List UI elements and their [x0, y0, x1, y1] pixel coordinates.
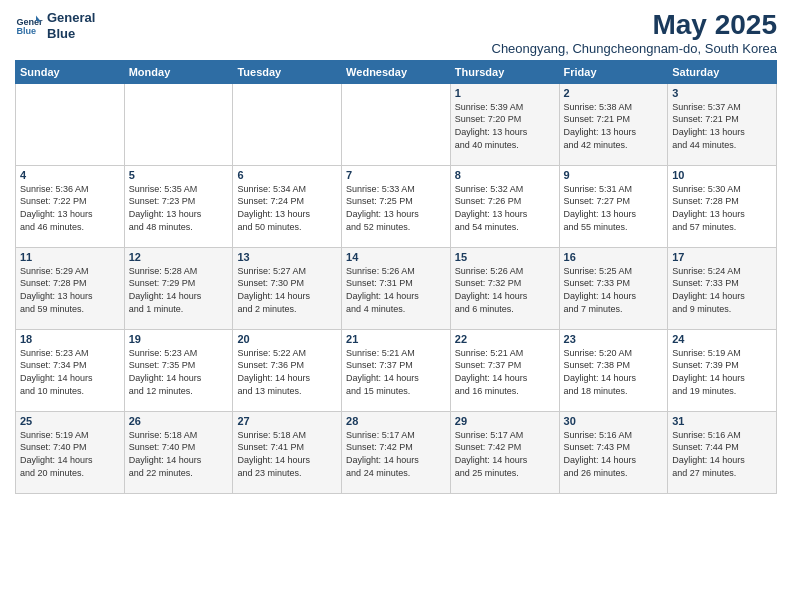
table-cell: 21Sunrise: 5:21 AM Sunset: 7:37 PM Dayli… — [342, 329, 451, 411]
day-info: Sunrise: 5:17 AM Sunset: 7:42 PM Dayligh… — [346, 429, 446, 479]
day-number: 18 — [20, 333, 120, 345]
header: General Blue General Blue May 2025 Cheon… — [15, 10, 777, 56]
table-cell: 16Sunrise: 5:25 AM Sunset: 7:33 PM Dayli… — [559, 247, 668, 329]
day-number: 27 — [237, 415, 337, 427]
day-number: 8 — [455, 169, 555, 181]
table-cell: 1Sunrise: 5:39 AM Sunset: 7:20 PM Daylig… — [450, 83, 559, 165]
page: General Blue General Blue May 2025 Cheon… — [0, 0, 792, 612]
table-cell: 30Sunrise: 5:16 AM Sunset: 7:43 PM Dayli… — [559, 411, 668, 493]
table-cell — [342, 83, 451, 165]
day-info: Sunrise: 5:22 AM Sunset: 7:36 PM Dayligh… — [237, 347, 337, 397]
logo: General Blue General Blue — [15, 10, 95, 41]
table-cell: 11Sunrise: 5:29 AM Sunset: 7:28 PM Dayli… — [16, 247, 125, 329]
day-number: 28 — [346, 415, 446, 427]
day-info: Sunrise: 5:39 AM Sunset: 7:20 PM Dayligh… — [455, 101, 555, 151]
day-info: Sunrise: 5:20 AM Sunset: 7:38 PM Dayligh… — [564, 347, 664, 397]
day-info: Sunrise: 5:16 AM Sunset: 7:44 PM Dayligh… — [672, 429, 772, 479]
subtitle: Cheongyang, Chungcheongnam-do, South Kor… — [492, 41, 778, 56]
day-info: Sunrise: 5:23 AM Sunset: 7:35 PM Dayligh… — [129, 347, 229, 397]
day-info: Sunrise: 5:26 AM Sunset: 7:32 PM Dayligh… — [455, 265, 555, 315]
day-info: Sunrise: 5:18 AM Sunset: 7:40 PM Dayligh… — [129, 429, 229, 479]
day-info: Sunrise: 5:16 AM Sunset: 7:43 PM Dayligh… — [564, 429, 664, 479]
table-cell: 12Sunrise: 5:28 AM Sunset: 7:29 PM Dayli… — [124, 247, 233, 329]
day-info: Sunrise: 5:38 AM Sunset: 7:21 PM Dayligh… — [564, 101, 664, 151]
header-monday: Monday — [124, 60, 233, 83]
day-info: Sunrise: 5:18 AM Sunset: 7:41 PM Dayligh… — [237, 429, 337, 479]
logo-icon: General Blue — [15, 12, 43, 40]
day-info: Sunrise: 5:35 AM Sunset: 7:23 PM Dayligh… — [129, 183, 229, 233]
table-cell: 19Sunrise: 5:23 AM Sunset: 7:35 PM Dayli… — [124, 329, 233, 411]
day-info: Sunrise: 5:19 AM Sunset: 7:39 PM Dayligh… — [672, 347, 772, 397]
table-cell: 17Sunrise: 5:24 AM Sunset: 7:33 PM Dayli… — [668, 247, 777, 329]
table-cell: 14Sunrise: 5:26 AM Sunset: 7:31 PM Dayli… — [342, 247, 451, 329]
header-wednesday: Wednesday — [342, 60, 451, 83]
day-number: 21 — [346, 333, 446, 345]
table-cell: 3Sunrise: 5:37 AM Sunset: 7:21 PM Daylig… — [668, 83, 777, 165]
table-cell: 15Sunrise: 5:26 AM Sunset: 7:32 PM Dayli… — [450, 247, 559, 329]
table-cell: 20Sunrise: 5:22 AM Sunset: 7:36 PM Dayli… — [233, 329, 342, 411]
day-number: 15 — [455, 251, 555, 263]
day-number: 9 — [564, 169, 664, 181]
week-row-4: 25Sunrise: 5:19 AM Sunset: 7:40 PM Dayli… — [16, 411, 777, 493]
day-info: Sunrise: 5:33 AM Sunset: 7:25 PM Dayligh… — [346, 183, 446, 233]
day-info: Sunrise: 5:21 AM Sunset: 7:37 PM Dayligh… — [455, 347, 555, 397]
header-sunday: Sunday — [16, 60, 125, 83]
day-number: 16 — [564, 251, 664, 263]
table-cell: 26Sunrise: 5:18 AM Sunset: 7:40 PM Dayli… — [124, 411, 233, 493]
table-cell: 18Sunrise: 5:23 AM Sunset: 7:34 PM Dayli… — [16, 329, 125, 411]
header-saturday: Saturday — [668, 60, 777, 83]
day-info: Sunrise: 5:30 AM Sunset: 7:28 PM Dayligh… — [672, 183, 772, 233]
table-cell: 13Sunrise: 5:27 AM Sunset: 7:30 PM Dayli… — [233, 247, 342, 329]
day-number: 24 — [672, 333, 772, 345]
day-number: 19 — [129, 333, 229, 345]
header-thursday: Thursday — [450, 60, 559, 83]
day-info: Sunrise: 5:29 AM Sunset: 7:28 PM Dayligh… — [20, 265, 120, 315]
day-number: 3 — [672, 87, 772, 99]
logo-line2: Blue — [47, 26, 95, 42]
day-number: 7 — [346, 169, 446, 181]
day-info: Sunrise: 5:32 AM Sunset: 7:26 PM Dayligh… — [455, 183, 555, 233]
day-number: 12 — [129, 251, 229, 263]
calendar: Sunday Monday Tuesday Wednesday Thursday… — [15, 60, 777, 494]
day-number: 11 — [20, 251, 120, 263]
day-number: 25 — [20, 415, 120, 427]
day-info: Sunrise: 5:19 AM Sunset: 7:40 PM Dayligh… — [20, 429, 120, 479]
week-row-0: 1Sunrise: 5:39 AM Sunset: 7:20 PM Daylig… — [16, 83, 777, 165]
day-number: 4 — [20, 169, 120, 181]
svg-text:General: General — [16, 16, 43, 26]
day-info: Sunrise: 5:37 AM Sunset: 7:21 PM Dayligh… — [672, 101, 772, 151]
table-cell: 24Sunrise: 5:19 AM Sunset: 7:39 PM Dayli… — [668, 329, 777, 411]
day-number: 10 — [672, 169, 772, 181]
day-info: Sunrise: 5:17 AM Sunset: 7:42 PM Dayligh… — [455, 429, 555, 479]
weekday-header-row: Sunday Monday Tuesday Wednesday Thursday… — [16, 60, 777, 83]
title-block: May 2025 Cheongyang, Chungcheongnam-do, … — [492, 10, 778, 56]
logo-line1: General — [47, 10, 95, 26]
table-cell: 28Sunrise: 5:17 AM Sunset: 7:42 PM Dayli… — [342, 411, 451, 493]
day-info: Sunrise: 5:24 AM Sunset: 7:33 PM Dayligh… — [672, 265, 772, 315]
day-number: 29 — [455, 415, 555, 427]
day-info: Sunrise: 5:28 AM Sunset: 7:29 PM Dayligh… — [129, 265, 229, 315]
day-number: 22 — [455, 333, 555, 345]
table-cell: 10Sunrise: 5:30 AM Sunset: 7:28 PM Dayli… — [668, 165, 777, 247]
day-info: Sunrise: 5:31 AM Sunset: 7:27 PM Dayligh… — [564, 183, 664, 233]
day-number: 13 — [237, 251, 337, 263]
table-cell: 31Sunrise: 5:16 AM Sunset: 7:44 PM Dayli… — [668, 411, 777, 493]
day-number: 1 — [455, 87, 555, 99]
table-cell — [233, 83, 342, 165]
table-cell — [16, 83, 125, 165]
day-number: 31 — [672, 415, 772, 427]
day-number: 26 — [129, 415, 229, 427]
week-row-1: 4Sunrise: 5:36 AM Sunset: 7:22 PM Daylig… — [16, 165, 777, 247]
day-info: Sunrise: 5:21 AM Sunset: 7:37 PM Dayligh… — [346, 347, 446, 397]
day-info: Sunrise: 5:23 AM Sunset: 7:34 PM Dayligh… — [20, 347, 120, 397]
table-cell: 7Sunrise: 5:33 AM Sunset: 7:25 PM Daylig… — [342, 165, 451, 247]
table-cell: 2Sunrise: 5:38 AM Sunset: 7:21 PM Daylig… — [559, 83, 668, 165]
table-cell: 8Sunrise: 5:32 AM Sunset: 7:26 PM Daylig… — [450, 165, 559, 247]
day-number: 23 — [564, 333, 664, 345]
day-info: Sunrise: 5:36 AM Sunset: 7:22 PM Dayligh… — [20, 183, 120, 233]
table-cell: 4Sunrise: 5:36 AM Sunset: 7:22 PM Daylig… — [16, 165, 125, 247]
week-row-3: 18Sunrise: 5:23 AM Sunset: 7:34 PM Dayli… — [16, 329, 777, 411]
day-number: 6 — [237, 169, 337, 181]
svg-text:Blue: Blue — [16, 26, 36, 36]
day-number: 14 — [346, 251, 446, 263]
